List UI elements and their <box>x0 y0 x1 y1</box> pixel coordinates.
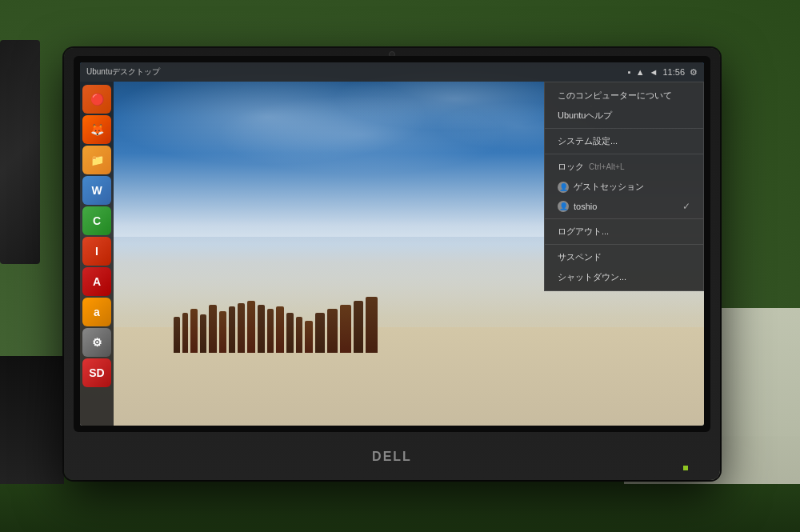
user-icon-toshio: 👤 <box>558 201 569 212</box>
menu-label-lock: ロック <box>558 161 584 173</box>
power-indicator <box>683 466 688 470</box>
menu-item-ubuntu-help[interactable]: Ubuntuヘルプ <box>545 106 703 126</box>
wifi-icon[interactable]: ▲ <box>636 67 645 77</box>
menu-label-guest-session: ゲストセッション <box>574 181 644 193</box>
topbar: Ubuntuデスクトップ ▪ ▲ ◄ 11:56 ⚙ <box>80 62 704 82</box>
menu-check-toshio: ✓ <box>682 201 690 212</box>
sound-icon[interactable]: ◄ <box>650 67 658 77</box>
menu-label-suspend: サスペンド <box>558 251 602 263</box>
beach-post <box>190 309 198 353</box>
beach-post <box>200 314 206 353</box>
left-speaker <box>0 40 40 264</box>
firefox-icon[interactable]: 🦊 <box>82 115 111 144</box>
menu-separator-sep2 <box>545 154 703 154</box>
launcher: 🔴🦊📁WCIAa⚙SD <box>80 82 114 426</box>
menu-label-shutdown: シャットダウン... <box>558 271 626 283</box>
beach-post <box>182 313 188 353</box>
menu-item-about-computer[interactable]: このコンピューターについて <box>545 86 703 106</box>
menu-item-system-settings[interactable]: システム設定... <box>545 131 703 151</box>
screen: Ubuntuデスクトップ ▪ ▲ ◄ 11:56 ⚙ 🔴🦊📁WCIAa⚙SD こ… <box>80 62 704 426</box>
beach-post <box>229 306 235 353</box>
menu-separator-sep1 <box>545 128 703 129</box>
menu-label-ubuntu-help: Ubuntuヘルプ <box>558 110 612 122</box>
menu-item-toshio[interactable]: 👤toshio✓ <box>545 197 703 216</box>
menu-item-lock[interactable]: ロックCtrl+Alt+L <box>545 157 703 177</box>
menu-label-toshio: toshio <box>574 202 597 211</box>
beach-post <box>315 313 325 353</box>
beach-post <box>276 306 284 353</box>
laptop-body: Ubuntuデスクトップ ▪ ▲ ◄ 11:56 ⚙ 🔴🦊📁WCIAa⚙SD こ… <box>64 48 720 480</box>
time-display: 11:56 <box>662 67 685 77</box>
left-side-object <box>0 356 64 484</box>
menu-label-system-settings: システム設定... <box>558 135 618 147</box>
system-tray[interactable]: ▪ ▲ ◄ 11:56 ⚙ <box>628 67 698 78</box>
beach-post <box>286 313 294 353</box>
user-icon-guest-session: 👤 <box>558 182 569 193</box>
menu-separator-sep3 <box>545 218 703 219</box>
menu-separator-sep4 <box>545 244 703 245</box>
beach-post <box>296 317 302 353</box>
ubuntu-icon[interactable]: 🔴 <box>82 85 111 114</box>
calc-icon[interactable]: C <box>82 206 111 235</box>
beach-post <box>327 309 338 353</box>
screen-bezel: Ubuntuデスクトップ ▪ ▲ ◄ 11:56 ⚙ 🔴🦊📁WCIAa⚙SD こ… <box>74 56 710 432</box>
menu-label-logout: ログアウト... <box>558 226 609 238</box>
beach-post <box>305 321 313 353</box>
dell-logo: DELL <box>372 450 412 464</box>
desktop-label: Ubuntuデスクトップ <box>86 66 160 78</box>
menu-item-guest-session[interactable]: 👤ゲストセッション <box>545 177 703 197</box>
sd-icon[interactable]: SD <box>82 358 111 387</box>
beach-post <box>340 305 351 353</box>
beach-post <box>174 317 180 353</box>
beach-post <box>209 305 217 353</box>
app-red-icon[interactable]: A <box>82 267 111 296</box>
impress-icon[interactable]: I <box>82 237 111 266</box>
amazon-icon[interactable]: a <box>82 298 111 326</box>
beach-post <box>258 305 265 353</box>
beach-post <box>219 311 226 353</box>
beach-post <box>247 301 255 353</box>
settings-icon[interactable]: ⚙ <box>82 328 111 357</box>
beach-post <box>238 303 245 353</box>
beach-post <box>354 301 363 353</box>
menu-shortcut-lock: Ctrl+Alt+L <box>589 162 624 171</box>
beach-post <box>366 297 378 353</box>
writer-icon[interactable]: W <box>82 176 111 205</box>
menu-item-suspend[interactable]: サスペンド <box>545 247 703 267</box>
battery-icon[interactable]: ▪ <box>628 67 631 77</box>
menu-item-shutdown[interactable]: シャットダウン... <box>545 267 703 287</box>
settings-menu-icon[interactable]: ⚙ <box>690 67 698 78</box>
files-icon[interactable]: 📁 <box>82 146 111 174</box>
dropdown-menu: このコンピューターについてUbuntuヘルプシステム設定...ロックCtrl+A… <box>544 82 704 291</box>
beach-post <box>267 309 274 353</box>
menu-item-logout[interactable]: ログアウト... <box>545 222 703 242</box>
menu-label-about-computer: このコンピューターについて <box>558 90 672 102</box>
